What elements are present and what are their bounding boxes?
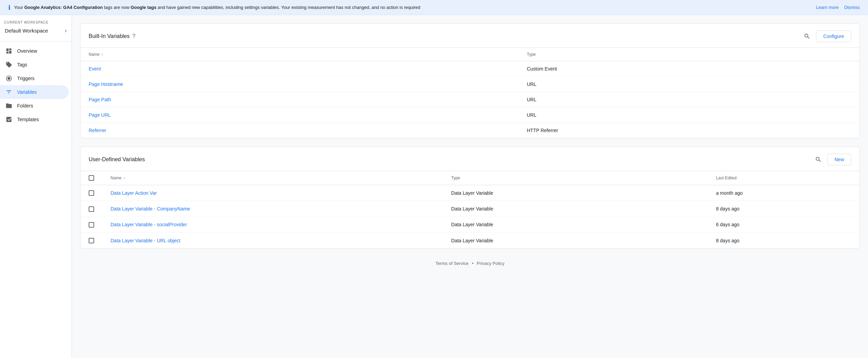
brand-text-2: Google tags: [131, 5, 156, 10]
variable-link[interactable]: Page URL: [89, 112, 111, 118]
variable-last-edited-cell: 8 days ago: [708, 201, 859, 217]
variable-link[interactable]: Data Layer Variable - socialProvider: [111, 222, 187, 227]
folders-icon: [5, 102, 12, 109]
tags-icon: [5, 61, 12, 68]
select-all-checkbox[interactable]: [89, 175, 94, 181]
sidebar-item-overview[interactable]: Overview: [0, 44, 69, 58]
variable-link[interactable]: Page Hostname: [89, 81, 123, 87]
variable-type-cell: URL: [519, 107, 859, 123]
sidebar-item-overview-label: Overview: [17, 48, 37, 54]
chevron-right-icon: ›: [65, 27, 67, 34]
table-row: Data Layer Variable - socialProvider Dat…: [80, 217, 859, 232]
overview-icon: [5, 48, 12, 54]
built-in-variables-actions: Configure: [801, 30, 851, 42]
built-in-variables-table: Name ↑ Type Event Custom Event Page Host…: [80, 48, 859, 138]
user-defined-last-edited-header: Last Edited: [708, 171, 859, 185]
search-user-defined-button[interactable]: [812, 155, 825, 164]
footer: Terms of Service • Privacy Policy: [72, 254, 868, 273]
table-row: Data Layer Variable - URL object Data La…: [80, 232, 859, 248]
row-checkbox-cell: [80, 201, 102, 217]
variable-name-cell: Page Path: [80, 92, 519, 107]
workspace-selector[interactable]: Default Workspace ›: [4, 26, 67, 36]
row-checkbox[interactable]: [89, 190, 94, 196]
sidebar-item-triggers-label: Triggers: [17, 76, 35, 81]
variable-link[interactable]: Data Layer Variable - CompanyName: [111, 206, 190, 212]
variable-link[interactable]: Page Path: [89, 97, 111, 102]
built-in-variables-header: Built-In Variables ? Configure: [80, 24, 859, 48]
table-row: Data Layer Variable - CompanyName Data L…: [80, 201, 859, 217]
configure-button[interactable]: Configure: [816, 30, 851, 42]
variable-name-cell: Data Layer Action Var: [102, 185, 443, 201]
app-layout: CURRENT WORKSPACE Default Workspace › Ov…: [0, 15, 868, 358]
sidebar-item-tags[interactable]: Tags: [0, 58, 69, 72]
sidebar-item-variables-label: Variables: [17, 89, 37, 95]
variable-name-cell: Data Layer Variable - URL object: [102, 232, 443, 248]
built-in-type-header: Type: [519, 48, 859, 61]
row-checkbox-cell: [80, 217, 102, 232]
user-defined-variables-table: Name ↑ Type Last Edited Data Layer Actio…: [80, 171, 859, 248]
sidebar-item-templates-label: Templates: [17, 117, 39, 122]
variable-link[interactable]: Event: [89, 66, 101, 72]
row-checkbox[interactable]: [89, 222, 94, 228]
variable-name-cell: Page Hostname: [80, 77, 519, 92]
user-defined-name-header: Name ↑: [102, 171, 443, 185]
privacy-policy-link[interactable]: Privacy Policy: [477, 261, 505, 266]
variable-name-cell: Data Layer Variable - CompanyName: [102, 201, 443, 217]
table-row: Page Hostname URL: [80, 77, 859, 92]
variable-link[interactable]: Data Layer Action Var: [111, 190, 157, 196]
variable-type-cell: Custom Event: [519, 61, 859, 77]
sidebar-item-tags-label: Tags: [17, 62, 27, 67]
variable-last-edited-cell: 6 days ago: [708, 217, 859, 232]
built-in-variables-section: Built-In Variables ? Configure Name ↑: [80, 23, 860, 138]
notification-banner: ℹ Your Google Analytics: GA4 Configurati…: [0, 0, 868, 15]
row-checkbox[interactable]: [89, 238, 94, 243]
variable-type-cell: Data Layer Variable: [443, 185, 708, 201]
built-in-variables-title: Built-In Variables: [89, 33, 130, 39]
sidebar-item-folders-label: Folders: [17, 103, 33, 108]
workspace-header: CURRENT WORKSPACE Default Workspace ›: [0, 15, 72, 41]
table-row: Data Layer Action Var Data Layer Variabl…: [80, 185, 859, 201]
table-row: Page URL URL: [80, 107, 859, 123]
variable-name-cell: Referrer: [80, 123, 519, 138]
triggers-icon: [5, 75, 12, 82]
terms-of-service-link[interactable]: Terms of Service: [435, 261, 469, 266]
variable-last-edited-cell: a month ago: [708, 185, 859, 201]
select-all-header: [80, 171, 102, 185]
brand-text-1: Google Analytics: GA4 Configuration: [24, 5, 103, 10]
table-row: Page Path URL: [80, 92, 859, 107]
sort-icon: ↑: [101, 52, 103, 56]
workspace-label: CURRENT WORKSPACE: [4, 21, 67, 24]
help-icon[interactable]: ?: [132, 33, 136, 39]
row-checkbox-cell: [80, 185, 102, 201]
learn-more-link[interactable]: Learn more: [816, 5, 839, 10]
user-defined-title-row: User-Defined Variables: [89, 156, 145, 163]
sidebar-item-folders[interactable]: Folders: [0, 99, 69, 113]
variable-name-cell: Event: [80, 61, 519, 77]
info-icon: ℹ: [8, 4, 11, 11]
sidebar-item-variables[interactable]: Variables: [0, 85, 69, 99]
sidebar-item-triggers[interactable]: Triggers: [0, 72, 69, 85]
banner-actions: Learn more Dismiss: [816, 5, 860, 10]
sidebar-item-templates[interactable]: Templates: [0, 113, 69, 126]
variable-link[interactable]: Data Layer Variable - URL object: [111, 238, 180, 243]
svg-point-0: [8, 77, 10, 80]
table-row: Event Custom Event: [80, 61, 859, 77]
templates-icon: [5, 116, 12, 123]
variable-link[interactable]: Referrer: [89, 128, 106, 133]
user-defined-variables-title: User-Defined Variables: [89, 156, 145, 163]
nav-list: Overview Tags Triggers Variables: [0, 41, 72, 358]
dismiss-link[interactable]: Dismiss: [844, 5, 860, 10]
variable-last-edited-cell: 8 days ago: [708, 232, 859, 248]
search-built-in-button[interactable]: [801, 31, 813, 41]
variable-type-cell: Data Layer Variable: [443, 201, 708, 217]
variable-type-cell: URL: [519, 92, 859, 107]
variables-icon: [5, 89, 12, 95]
variable-name-cell: Data Layer Variable - socialProvider: [102, 217, 443, 232]
variable-type-cell: Data Layer Variable: [443, 217, 708, 232]
table-row: Referrer HTTP Referrer: [80, 123, 859, 138]
user-defined-variables-header: User-Defined Variables New: [80, 147, 859, 171]
variable-type-cell: URL: [519, 77, 859, 92]
built-in-name-header: Name ↑: [80, 48, 519, 61]
row-checkbox[interactable]: [89, 206, 94, 212]
new-variable-button[interactable]: New: [827, 154, 851, 165]
